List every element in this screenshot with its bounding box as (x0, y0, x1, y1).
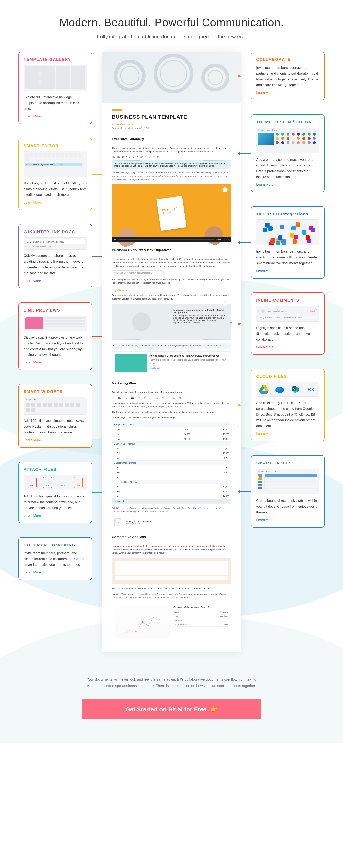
bit-tip: BIT TIP: Before you begin, understand wh… (112, 171, 231, 181)
doc-meta: Amy Smith, President | March 1, 2018 (112, 127, 231, 129)
footer-paragraph: Your documents will never look and feel … (82, 676, 261, 689)
resize-handle-icon[interactable] (230, 322, 232, 324)
inline-search-panel[interactable]: 🔍 Search Documents in this Workspace... (112, 270, 163, 275)
card-preview (256, 219, 319, 245)
file-name: Marketing-Assets-Sample.zip (124, 520, 152, 523)
connector-line (240, 76, 251, 76)
feature-card-collaborate: COLLABORATEInvite team members, contract… (251, 52, 324, 100)
card-preview: Nooh? Where were going we don't need roo… (24, 151, 87, 177)
image-widget-selected[interactable]: + Explain why your business is in the ri… (112, 304, 231, 340)
learn-more-link[interactable]: Learn More (24, 514, 41, 518)
bit-tip: BIT TIP: We've included a Google Spreads… (112, 592, 231, 599)
learn-more-link[interactable]: Learn More (24, 438, 41, 442)
feature-card-wiki: WIKI/INTERLINK DOCSDetails for the Busin… (19, 224, 92, 288)
card-title: INLINE COMMENTS (256, 298, 319, 303)
file-size: Download (2.38 KB) (124, 523, 152, 525)
learn-more-link[interactable]: Learn More (256, 518, 274, 522)
card-preview: Sbox (256, 382, 319, 397)
card-preview: Details for the Business Plan (24, 237, 87, 249)
connector-line (240, 153, 251, 154)
play-icon[interactable]: ▶ (114, 238, 116, 240)
card-description: Invite team members, partners, and clien… (24, 551, 87, 568)
card-description: Add links to any file, PDF, PPT, or spre… (256, 400, 319, 429)
tracking-panel[interactable]: Customer Onboarding for Space 2 Opens50 … (112, 602, 231, 641)
svg-text:box: box (307, 387, 314, 392)
accent-bar (112, 110, 122, 111)
feature-card-smart_editor: SMART EDITORNooh? Where were going we do… (19, 138, 92, 210)
learn-more-link[interactable]: Learn More (256, 183, 274, 186)
connector-line (92, 88, 103, 88)
add-block-button[interactable]: + (232, 424, 238, 429)
file-attachment[interactable]: ZIP Marketing-Assets-Sample.zip Download… (112, 516, 231, 529)
card-title: THEME DESIGN / COLOR (256, 120, 319, 124)
page-subtitle: Fully integrated smart living documents … (8, 34, 335, 40)
learn-more-link[interactable]: Learn More (24, 570, 41, 574)
learn-more-link[interactable]: Learn More (24, 200, 41, 205)
link-preview-desc: The third in a comprehensive series to h… (150, 359, 228, 365)
feature-card-comments: INLINE COMMENTS@mention collaborato...Se… (251, 292, 324, 355)
card-title: TEMPLATE GALLERY (24, 57, 87, 62)
link-preview-title: How to Write a Great Business Plan: Over… (150, 354, 228, 357)
cta-button[interactable]: Get Started on Bit.ai for Free 👉 (82, 699, 261, 719)
doc-hero-image (102, 52, 241, 103)
card-description: Display visual link previews of any web … (24, 335, 87, 358)
card-title: LINK PREVIEWS (24, 308, 87, 313)
subheading-key-objectives: Key Objectives (112, 289, 231, 292)
feature-card-template_gallery: TEMPLATE GALLERYExplore 90+ interactive … (19, 52, 92, 124)
inline-toolbar[interactable]: H2H3BIUSA🔗"</>≡🗑 (112, 155, 231, 158)
video-embed[interactable]: + ▶ 03:44 vimeo (112, 185, 231, 242)
svg-point-0 (142, 621, 143, 623)
video-provider: vimeo (223, 238, 229, 240)
card-description: Add 100+ file types, images, text blocks… (24, 418, 87, 435)
learn-more-link[interactable]: Learn More (256, 432, 274, 436)
learn-more-link[interactable]: Learn More (256, 345, 274, 349)
sharepoint-icon: S (291, 385, 301, 394)
pointing-hand-icon: 👉 (210, 706, 218, 713)
connector-line (92, 336, 103, 337)
card-description: Create beautiful responsive tables withi… (256, 498, 319, 515)
card-preview (24, 65, 87, 91)
search-input[interactable] (25, 239, 85, 244)
learn-more-link[interactable]: Learn More (24, 115, 41, 118)
connector-line (92, 559, 103, 559)
page-title: Modern. Beautiful. Powerful Communicatio… (8, 16, 335, 29)
link-preview-card[interactable]: How to Write a Great Business Plan: Over… (112, 351, 231, 375)
learn-more-link[interactable]: Learn More (256, 269, 274, 273)
connector-line (240, 405, 251, 405)
tracking-title: Customer Onboarding for Space 2 (174, 606, 228, 608)
add-block-button[interactable]: + (222, 301, 227, 306)
widget-toolbar[interactable]: ☰H2H3📷📎🔗☁▦</>∑⬚📚 (112, 396, 231, 399)
company-name: Acme Company (112, 123, 231, 126)
learn-more-link[interactable]: Learn More (24, 279, 41, 283)
card-description: Explore 90+ interactive new age template… (24, 94, 87, 112)
bit-tip: BIT TIP: You can showcase marketing asse… (112, 506, 231, 514)
learn-more-link[interactable]: Learn More (24, 361, 41, 364)
card-title: SMART WIDGETS (24, 390, 87, 394)
connector-line (92, 256, 103, 257)
card-title: CLOUD FILES (256, 374, 319, 379)
box-icon: box (307, 385, 317, 394)
section-heading-overview: Business Overview & Key Objectives (112, 248, 231, 254)
card-description: Add a primary color to match your brand … (256, 157, 319, 180)
feature-card-cloud: CLOUD FILESSboxAdd links to any file, PD… (251, 369, 324, 441)
highlighted-text[interactable]: Describe the problem you are solving and… (112, 160, 231, 169)
card-title: 100+ RICH Integrations (256, 212, 319, 216)
callout-body: Your main goal with this section of your… (173, 314, 225, 324)
card-title: ATTACH FILES (24, 467, 87, 472)
doc-paragraph: Your main goal with this section of your… (112, 278, 231, 285)
learn-more-link[interactable]: Learn More (256, 91, 274, 95)
google-drive-icon (259, 385, 269, 394)
connector-line (92, 492, 103, 493)
competitive-table-embed[interactable] (112, 558, 231, 584)
section-heading-exec: Executive Summary (112, 137, 231, 143)
section-heading-marketing: Marketing Plan (112, 381, 231, 388)
add-block-button[interactable]: + (222, 187, 227, 192)
cta-label: Get Started on Bit.ai for Free (125, 706, 207, 713)
card-description: Highlight specific text on the doc to @m… (256, 325, 319, 343)
card-description: Invite team members, contractors, partne… (256, 65, 319, 88)
doc-paragraph: Describe your marketing strategy. How wi… (112, 401, 231, 408)
spreadsheet-embed[interactable]: + 3 Highest Sales MonthsOct15,20015,400N… (112, 422, 231, 504)
doc-paragraph: Provide an overview of your market size,… (112, 391, 231, 394)
card-title: DOCUMENT TRACKING (24, 543, 87, 547)
card-preview: @mention collaborato...Senduding an arti… (256, 306, 319, 322)
